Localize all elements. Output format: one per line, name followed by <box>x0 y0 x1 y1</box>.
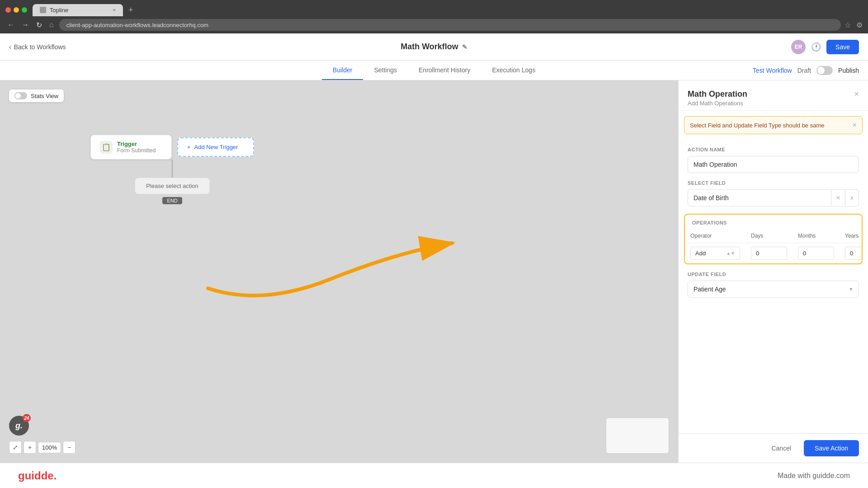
tab-close-icon[interactable]: × <box>113 7 116 13</box>
home-button[interactable]: ⌂ <box>47 20 56 30</box>
panel-header: Math Operation Add Math Operations × <box>679 80 868 111</box>
select-field-value: Date of Birth <box>688 190 831 206</box>
edit-icon[interactable]: ✎ <box>462 43 467 51</box>
forward-nav-button[interactable]: → <box>20 20 31 30</box>
header-right: ER 🕐 Save <box>791 40 859 54</box>
avatar[interactable]: ER <box>791 40 806 54</box>
panel-title: Math Operation <box>688 89 747 99</box>
select-field-dropdown[interactable]: Date of Birth ✕ ∧ <box>688 189 859 206</box>
g24-badge[interactable]: g. 24 <box>9 416 29 436</box>
trigger-row: 📋 Trigger Form Submitted + Add New Trigg… <box>90 135 254 160</box>
add-trigger-button[interactable]: + Add New Trigger <box>177 137 254 157</box>
plus-icon: + <box>187 144 191 150</box>
save-action-button[interactable]: Save Action <box>804 440 859 456</box>
panel-title-group: Math Operation Add Math Operations <box>688 89 747 107</box>
update-field-section: UPDATE FIELD Patient Age <box>679 272 868 305</box>
tab-builder[interactable]: Builder <box>322 61 363 80</box>
stats-view-toggle[interactable]: Stats View <box>9 89 64 102</box>
trigger-icon: 📋 <box>100 141 113 154</box>
footer-bar: guidde. Made with guidde.com <box>0 463 868 488</box>
publish-button[interactable]: Publish <box>838 67 859 74</box>
error-banner: Select Field and Update Field Type shoul… <box>684 116 863 134</box>
operator-select[interactable]: Add ▲▼ <box>690 247 740 260</box>
guidde-logo: guidde. <box>18 469 57 482</box>
action-placeholder[interactable]: Please select action <box>135 178 210 194</box>
app-header: ‹ Back to Workflows Math Workflow ✎ ER 🕐… <box>0 33 868 61</box>
draft-label: Draft <box>797 67 811 74</box>
back-to-workflows-button[interactable]: ‹ Back to Workflows <box>9 43 66 51</box>
address-input[interactable] <box>59 19 841 31</box>
new-tab-button[interactable]: + <box>125 4 137 17</box>
action-name-input[interactable] <box>688 156 859 173</box>
workflow-area: 📋 Trigger Form Submitted + Add New Trigg… <box>90 135 254 204</box>
back-nav-button[interactable]: ← <box>5 20 16 30</box>
toggle-thumb <box>817 67 825 74</box>
back-label: Back to Workflows <box>14 43 66 51</box>
tab-bar: Topline × + <box>0 0 868 16</box>
app-container: ‹ Back to Workflows Math Workflow ✎ ER 🕐… <box>0 33 868 463</box>
stats-toggle[interactable] <box>14 92 27 99</box>
trigger-node[interactable]: 📋 Trigger Form Submitted <box>90 135 172 160</box>
minimap <box>606 418 669 454</box>
minimize-button[interactable] <box>14 7 19 13</box>
close-button[interactable] <box>5 7 11 13</box>
tab-title: Topline <box>50 7 68 14</box>
days-input[interactable] <box>751 247 787 260</box>
operator-chevron: ▲▼ <box>726 251 735 256</box>
refresh-button[interactable]: ↻ <box>34 20 44 30</box>
canvas[interactable]: Stats View 📋 Trigger Form Submitted + Ad… <box>0 80 678 463</box>
col-years: Years <box>840 229 863 243</box>
settings-icon[interactable]: ⚙ <box>856 21 863 29</box>
workflow-title: Math Workflow ✎ <box>401 42 467 52</box>
trigger-label: Trigger <box>117 141 156 147</box>
panel-footer: Cancel Save Action <box>679 433 868 463</box>
zoom-out-button[interactable]: − <box>63 441 75 454</box>
col-days: Days <box>745 229 793 243</box>
tab-favicon <box>40 7 46 13</box>
draft-toggle[interactable] <box>816 66 833 75</box>
expand-icon[interactable]: ⤢ <box>9 441 22 454</box>
update-field-wrapper: Patient Age <box>688 281 859 298</box>
traffic-lights <box>5 7 27 13</box>
right-panel: Math Operation Add Math Operations × Sel… <box>678 80 868 463</box>
save-button[interactable]: Save <box>826 40 859 54</box>
action-name-label: ACTION NAME <box>688 147 859 152</box>
active-tab[interactable]: Topline × <box>33 4 123 16</box>
notification-badge: 24 <box>23 414 31 422</box>
zoom-in-button[interactable]: + <box>24 441 36 454</box>
browser-chrome: Topline × + ← → ↻ ⌂ ☆ ⚙ <box>0 0 868 33</box>
panel-close-button[interactable]: × <box>854 89 859 99</box>
error-close-button[interactable]: × <box>853 121 857 129</box>
cancel-button[interactable]: Cancel <box>764 440 798 456</box>
connector-line <box>172 160 173 178</box>
col-operator: Operator <box>685 229 745 243</box>
error-message: Select Field and Update Field Type shoul… <box>690 122 825 129</box>
zoom-level: 100% <box>38 442 61 453</box>
bookmark-icon[interactable]: ☆ <box>844 21 851 29</box>
select-field-actions: ✕ ∧ <box>831 190 859 206</box>
operations-row: Add ▲▼ <box>685 243 863 264</box>
address-bar: ← → ↻ ⌂ ☆ ⚙ <box>0 16 868 33</box>
action-name-section: ACTION NAME document.querySelector('[dat… <box>679 140 868 180</box>
operator-value: Add <box>695 250 706 257</box>
stats-view-label: Stats View <box>31 93 58 99</box>
months-input[interactable] <box>798 247 834 260</box>
tab-enrollment-history[interactable]: Enrollment History <box>408 61 481 80</box>
operations-table: Operator Days Months Years Add <box>685 229 863 263</box>
update-field-select[interactable]: Patient Age <box>688 281 859 298</box>
select-field-section: SELECT FIELD Date of Birth ✕ ∧ <box>679 180 868 214</box>
stats-toggle-thumb <box>15 93 21 99</box>
tab-settings[interactable]: Settings <box>363 61 408 80</box>
panel-subtitle: Add Math Operations <box>688 100 747 107</box>
end-badge: END <box>162 197 182 204</box>
update-field-label: UPDATE FIELD <box>688 272 859 277</box>
clock-icon[interactable]: 🕐 <box>811 42 821 52</box>
footer-tagline: Made with guidde.com <box>778 472 850 480</box>
select-field-label: SELECT FIELD <box>688 180 859 186</box>
expand-field-button[interactable]: ∧ <box>845 190 859 206</box>
years-input[interactable] <box>845 247 863 260</box>
tab-execution-logs[interactable]: Execution Logs <box>481 61 546 80</box>
clear-field-button[interactable]: ✕ <box>831 190 845 206</box>
maximize-button[interactable] <box>22 7 27 13</box>
test-workflow-button[interactable]: Test Workflow <box>753 67 792 74</box>
